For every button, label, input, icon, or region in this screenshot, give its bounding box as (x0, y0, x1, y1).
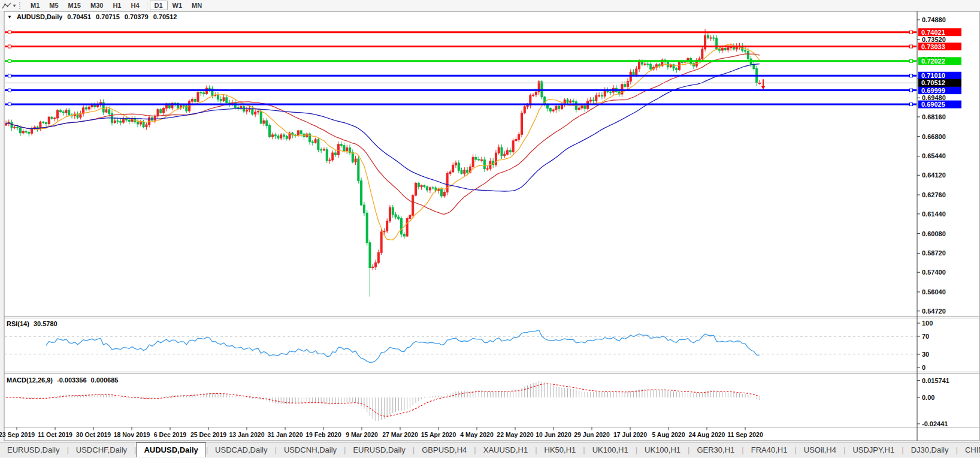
candle-body (59, 110, 61, 112)
candle-body (154, 116, 156, 120)
date-axis-label: 19 Feb 2020 (306, 431, 341, 438)
candle-body (458, 163, 459, 170)
line-anchor-marker[interactable] (8, 103, 11, 106)
date-axis-label: 30 Oct 2019 (76, 431, 111, 438)
rsi-name: RSI(14) (7, 320, 29, 327)
chart-canvas[interactable]: 0.748800.735200.721600.708000.694800.681… (0, 0, 980, 458)
candle-body (48, 117, 50, 123)
date-axis-label: 24 Aug 2020 (689, 431, 725, 438)
candle-body (521, 113, 522, 134)
candle-body (483, 160, 485, 169)
line-anchor-marker[interactable] (8, 74, 11, 77)
macd-main-value: -0.003356 (57, 376, 87, 384)
candle-body (639, 62, 640, 69)
candle-body (363, 205, 365, 213)
candle-body (443, 192, 445, 196)
candle-body (197, 92, 199, 101)
candle-body (358, 159, 359, 181)
date-axis-label: 23 Sep 2019 (0, 431, 35, 438)
rsi-indicator-label: RSI(14) 30.5780 (7, 320, 58, 327)
rsi-axis-label: 70 (922, 333, 929, 340)
candle-body (386, 221, 388, 231)
candle-body (108, 110, 110, 114)
candle-body (438, 189, 440, 191)
candle-body (427, 186, 428, 189)
candle-body (644, 64, 646, 65)
candle-body (323, 149, 325, 150)
candle-body (753, 65, 755, 68)
candle-body (361, 181, 362, 205)
line-anchor-marker[interactable] (910, 89, 913, 92)
line-anchor-marker[interactable] (8, 59, 11, 62)
date-axis-label: 18 Nov 2019 (114, 431, 150, 438)
line-anchor-marker[interactable] (8, 89, 11, 92)
line-anchor-marker[interactable] (910, 59, 913, 62)
candle-body (183, 106, 184, 106)
candle-body (747, 51, 749, 59)
candle-body (412, 195, 414, 215)
candle-body (372, 267, 374, 267)
candle-body (721, 49, 723, 50)
candle-body (633, 72, 634, 74)
candle-body (533, 95, 534, 95)
line-price-tag: 0.73033 (921, 43, 945, 50)
candle-body (719, 49, 721, 50)
candle-body (317, 140, 319, 150)
candle-body (467, 170, 468, 173)
candle-body (377, 252, 379, 263)
candle-body (335, 153, 337, 155)
candle-body (120, 121, 122, 122)
line-anchor-marker[interactable] (910, 74, 913, 77)
candle-body (85, 108, 87, 109)
candle-body (277, 136, 279, 138)
candle-body (380, 232, 382, 252)
candle-body (274, 135, 276, 136)
collapse-chart-icon[interactable]: ▼ (7, 14, 12, 20)
candle-body (495, 153, 497, 165)
candle-body (573, 101, 574, 102)
current-price-tag: 0.70512 (921, 79, 945, 86)
candle-body (727, 48, 729, 50)
candle-body (91, 105, 93, 107)
candle-body (518, 134, 520, 139)
macd-signal-value: 0.000685 (91, 376, 119, 384)
candle-body (266, 120, 268, 125)
line-anchor-marker[interactable] (910, 103, 913, 106)
candle-body (366, 213, 368, 243)
line-price-tag: 0.69025 (921, 101, 945, 108)
candle-body (679, 62, 680, 70)
candle-body (541, 82, 543, 97)
chart-title: ▼ AUDUSD,Daily 0.70451 0.70715 0.70379 0… (7, 13, 177, 20)
candle-body (263, 120, 265, 123)
candle-body (283, 135, 285, 136)
price-axis-label: 0.54720 (922, 308, 946, 315)
candle-body (418, 183, 419, 186)
candle-body (271, 135, 273, 137)
candle-body (681, 62, 683, 62)
line-anchor-marker[interactable] (8, 31, 11, 34)
candle-body (601, 95, 603, 96)
line-anchor-marker[interactable] (910, 31, 913, 34)
ohlc-low: 0.70379 (125, 13, 149, 20)
candle-body (401, 219, 403, 234)
price-axis-label: 0.58720 (922, 249, 946, 257)
candle-body (383, 231, 385, 231)
candle-body (441, 189, 443, 196)
candle-body (146, 125, 147, 126)
line-anchor-marker[interactable] (8, 45, 11, 48)
candle-body (555, 106, 557, 110)
candle-body (567, 100, 568, 103)
candle-body (17, 127, 19, 128)
candle-body (658, 65, 660, 66)
line-anchor-marker[interactable] (910, 45, 913, 48)
candle-body (337, 144, 339, 155)
candle-body (255, 112, 256, 115)
candle-body (34, 127, 35, 128)
candle-body (280, 135, 282, 138)
candle-body (343, 146, 345, 151)
candle-body (424, 185, 425, 186)
candle-body (716, 38, 718, 50)
candle-body (346, 147, 348, 150)
date-axis-label: 11 Sep 2020 (727, 431, 763, 438)
candle-body (389, 207, 391, 221)
